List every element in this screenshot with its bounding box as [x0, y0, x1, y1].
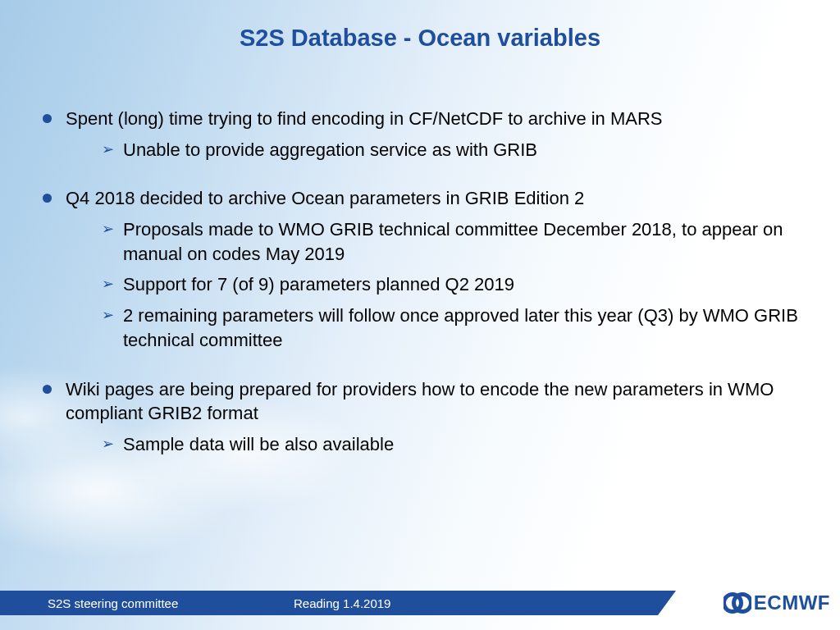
ecmwf-logo-icon [724, 592, 751, 614]
sub-list: Sample data will be also available [66, 432, 801, 457]
list-item: Proposals made to WMO GRIB technical com… [66, 217, 801, 266]
slide-content: Spent (long) time trying to find encodin… [39, 107, 801, 482]
bullet-list: Spent (long) time trying to find encodin… [39, 107, 801, 457]
footer: S2S steering committee Reading 1.4.2019 … [0, 591, 840, 615]
footer-center-text: Reading 1.4.2019 [294, 596, 390, 610]
sub-text: Proposals made to WMO GRIB technical com… [123, 219, 783, 264]
ecmwf-logo: ECMWF [724, 591, 830, 614]
footer-left-text: S2S steering committee [48, 596, 294, 610]
bullet-text: Spent (long) time trying to find encodin… [66, 108, 663, 129]
list-item: Wiki pages are being prepared for provid… [39, 377, 801, 457]
logo-container: ECMWF [676, 591, 840, 615]
sub-list: Unable to provide aggregation service as… [66, 138, 801, 162]
bullet-text: Q4 2018 decided to archive Ocean paramet… [66, 188, 584, 208]
slide: S2S Database - Ocean variables Spent (lo… [0, 0, 840, 630]
footer-bar: S2S steering committee Reading 1.4.2019 [0, 591, 676, 615]
list-item: 2 remaining parameters will follow once … [66, 304, 801, 352]
list-item: Sample data will be also available [66, 432, 801, 457]
logo-text: ECMWF [754, 591, 830, 614]
sub-text: 2 remaining parameters will follow once … [123, 305, 798, 350]
sub-text: Support for 7 (of 9) parameters planned … [123, 274, 514, 294]
sub-list: Proposals made to WMO GRIB technical com… [66, 217, 801, 352]
sub-text: Unable to provide aggregation service as… [123, 139, 537, 160]
list-item: Unable to provide aggregation service as… [66, 138, 801, 162]
list-item: Support for 7 (of 9) parameters planned … [66, 272, 801, 297]
bullet-text: Wiki pages are being prepared for provid… [66, 379, 774, 424]
slide-title: S2S Database - Ocean variables [0, 25, 840, 52]
sub-text: Sample data will be also available [123, 434, 394, 454]
list-item: Q4 2018 decided to archive Ocean paramet… [39, 186, 801, 352]
list-item: Spent (long) time trying to find encodin… [39, 107, 801, 162]
